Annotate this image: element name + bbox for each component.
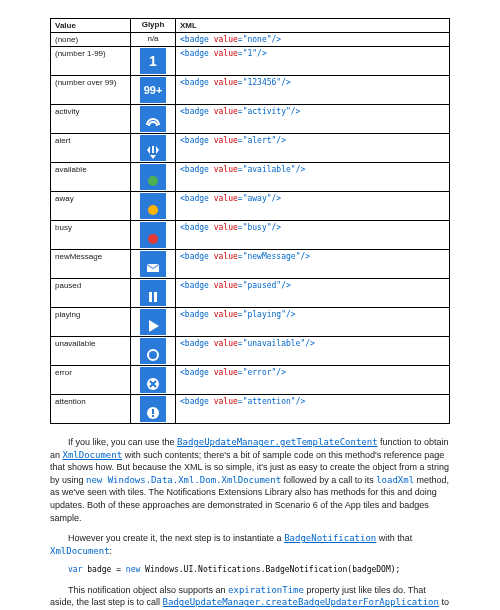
table-row: alert<badge value="alert"/> [51, 134, 450, 163]
cell-glyph [131, 134, 176, 163]
cell-xml: <badge value="1"/> [176, 47, 450, 76]
link-gettemplate[interactable]: BadgeUpdateManager.getTemplateContent [177, 437, 377, 447]
cell-xml: <badge value="activity"/> [176, 105, 450, 134]
cell-xml: <badge value="paused"/> [176, 279, 450, 308]
cell-xml: <badge value="alert"/> [176, 134, 450, 163]
cell-value: available [51, 163, 131, 192]
cell-xml: <badge value="unavailable"/> [176, 337, 450, 366]
cell-glyph [131, 337, 176, 366]
paragraph-1: If you like, you can use the BadgeUpdate… [50, 436, 450, 524]
cell-glyph [131, 366, 176, 395]
glyph-activity-icon [140, 106, 166, 132]
table-row: error<badge value="error"/> [51, 366, 450, 395]
svg-point-6 [148, 350, 158, 360]
glyph-playing-icon [140, 309, 166, 335]
cell-value: unavailable [51, 337, 131, 366]
cell-glyph [131, 308, 176, 337]
cell-value: paused [51, 279, 131, 308]
svg-rect-9 [152, 409, 154, 414]
glyph-newMessage-icon [140, 251, 166, 277]
table-row: paused<badge value="paused"/> [51, 279, 450, 308]
table-row: available<badge value="available"/> [51, 163, 450, 192]
cell-glyph [131, 221, 176, 250]
link-createupdater-app[interactable]: BadgeUpdateManager.createBadgeUpdaterFor… [163, 597, 439, 607]
glyph-available-icon [140, 164, 166, 190]
cell-glyph: 99+ [131, 76, 176, 105]
link-xmldocument[interactable]: XmlDocument [63, 450, 123, 460]
header-xml: XML [176, 19, 450, 33]
cell-xml: <badge value="available"/> [176, 163, 450, 192]
table-row: (number over 99)99+<badge value="123456"… [51, 76, 450, 105]
table-row: unavailable<badge value="unavailable"/> [51, 337, 450, 366]
cell-value: (none) [51, 33, 131, 47]
cell-glyph [131, 279, 176, 308]
glyph-busy-icon [140, 222, 166, 248]
svg-rect-5 [154, 292, 157, 302]
svg-point-2 [148, 234, 158, 244]
cell-glyph [131, 250, 176, 279]
cell-value: (number 1-99) [51, 47, 131, 76]
header-glyph: Glyph [131, 19, 176, 33]
svg-rect-10 [152, 415, 154, 417]
svg-rect-4 [149, 292, 152, 302]
table-row: busy<badge value="busy"/> [51, 221, 450, 250]
cell-value: playing [51, 308, 131, 337]
cell-glyph [131, 105, 176, 134]
badge-table: Value Glyph XML (none)n/a<badge value="n… [50, 18, 450, 424]
glyph-number-icon: 1 [140, 48, 166, 74]
cell-value: activity [51, 105, 131, 134]
header-value: Value [51, 19, 131, 33]
table-row: playing<badge value="playing"/> [51, 308, 450, 337]
cell-glyph: 1 [131, 47, 176, 76]
table-row: away<badge value="away"/> [51, 192, 450, 221]
svg-point-1 [148, 205, 158, 215]
cell-xml: <badge value="123456"/> [176, 76, 450, 105]
glyph-unavailable-icon [140, 338, 166, 364]
cell-value: busy [51, 221, 131, 250]
cell-value: away [51, 192, 131, 221]
cell-glyph [131, 192, 176, 221]
cell-value: alert [51, 134, 131, 163]
cell-glyph [131, 395, 176, 424]
table-row: activity<badge value="activity"/> [51, 105, 450, 134]
cell-xml: <badge value="attention"/> [176, 395, 450, 424]
glyph-alert-icon [140, 135, 166, 161]
glyph-error-icon [140, 367, 166, 393]
cell-value: error [51, 366, 131, 395]
glyph-number99-icon: 99+ [140, 77, 166, 103]
paragraph-3: This notification object also supports a… [50, 584, 450, 610]
glyph-attention-icon [140, 396, 166, 422]
cell-glyph: n/a [131, 33, 176, 47]
cell-glyph [131, 163, 176, 192]
link-badgenotification[interactable]: BadgeNotification [284, 533, 376, 543]
cell-value: attention [51, 395, 131, 424]
cell-xml: <badge value="away"/> [176, 192, 450, 221]
table-row: (number 1-99)1<badge value="1"/> [51, 47, 450, 76]
cell-xml: <badge value="newMessage"/> [176, 250, 450, 279]
table-row: attention<badge value="attention"/> [51, 395, 450, 424]
table-row: (none)n/a<badge value="none"/> [51, 33, 450, 47]
cell-xml: <badge value="none"/> [176, 33, 450, 47]
cell-xml: <badge value="playing"/> [176, 308, 450, 337]
cell-xml: <badge value="busy"/> [176, 221, 450, 250]
glyph-paused-icon [140, 280, 166, 306]
table-row: newMessage<badge value="newMessage"/> [51, 250, 450, 279]
code-sample-1: var badge = new Windows.UI.Notifications… [68, 565, 450, 575]
cell-value: (number over 99) [51, 76, 131, 105]
svg-point-0 [148, 176, 158, 186]
cell-value: newMessage [51, 250, 131, 279]
cell-xml: <badge value="error"/> [176, 366, 450, 395]
paragraph-2: However you create it, the next step is … [50, 532, 450, 557]
glyph-away-icon [140, 193, 166, 219]
